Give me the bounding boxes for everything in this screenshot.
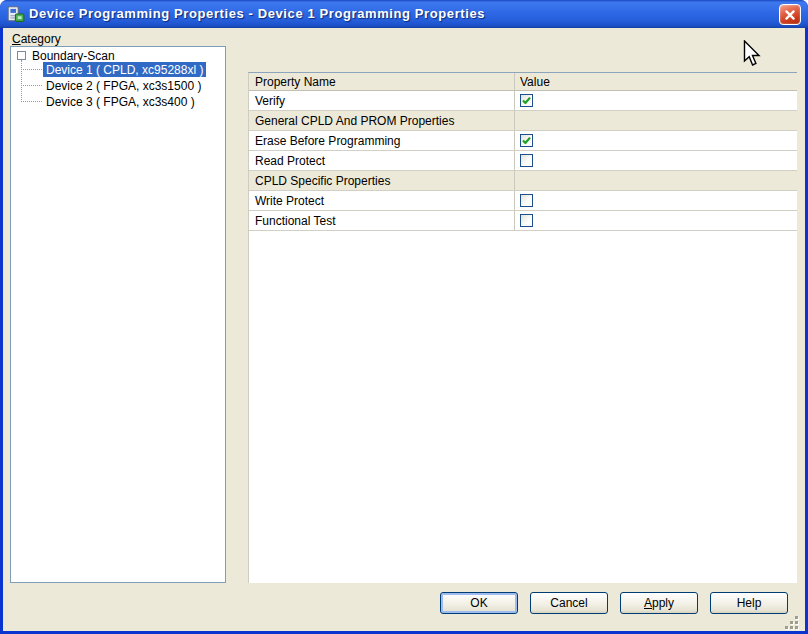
tree-connector-line: [21, 85, 42, 86]
arrow-cursor-icon: [743, 40, 762, 72]
close-button[interactable]: [779, 4, 801, 25]
cancel-button[interactable]: Cancel: [530, 592, 608, 614]
section-title: CPLD Specific Properties: [249, 171, 515, 190]
table-row-section-cpld-specific: CPLD Specific Properties: [249, 171, 797, 191]
checkbox-write-protect[interactable]: [520, 194, 533, 207]
menu-category-rest: ategory: [21, 32, 61, 46]
tree-item-device-1[interactable]: Device 1 ( CPLD, xc95288xl ): [43, 62, 206, 77]
table-row-verify: Verify: [249, 91, 797, 111]
window-title: Device Programming Properties - Device 1…: [29, 6, 485, 21]
property-name: Functional Test: [249, 211, 515, 230]
check-icon: [521, 95, 532, 106]
minus-box-icon[interactable]: [17, 51, 26, 60]
resize-grip-icon[interactable]: [785, 616, 800, 631]
property-name: Verify: [249, 91, 515, 110]
checkbox-functional-test[interactable]: [520, 214, 533, 227]
table-row-functional-test: Functional Test: [249, 211, 797, 231]
device-programmer-icon: [7, 5, 25, 23]
properties-panel: Property Name Value Verify General CPLD …: [248, 72, 797, 583]
ok-button[interactable]: OK: [440, 592, 518, 614]
client-area: Category Boundary-Scan Device 1 ( CPLD, …: [3, 28, 805, 631]
table-row-read-protect: Read Protect: [249, 151, 797, 171]
category-tree-panel: Boundary-Scan Device 1 ( CPLD, xc95288xl…: [10, 46, 226, 583]
checkbox-read-protect[interactable]: [520, 154, 533, 167]
apply-button[interactable]: Apply: [620, 592, 698, 614]
tree-connector-line: [21, 101, 42, 102]
property-name: Write Protect: [249, 191, 515, 210]
section-title: General CPLD And PROM Properties: [249, 111, 515, 130]
help-button[interactable]: Help: [710, 592, 788, 614]
tree-item-device-3[interactable]: Device 3 ( FPGA, xc3s400 ): [43, 94, 198, 109]
tree-connector-line: [21, 69, 42, 70]
table-row-erase-before-programming: Erase Before Programming: [249, 131, 797, 151]
close-icon: [784, 9, 796, 21]
property-name: Erase Before Programming: [249, 131, 515, 150]
checkbox-verify[interactable]: [520, 94, 533, 107]
tree-item-device-2[interactable]: Device 2 ( FPGA, xc3s1500 ): [43, 78, 204, 93]
table-header-row: Property Name Value: [249, 73, 797, 91]
checkbox-erase-before-programming[interactable]: [520, 134, 533, 147]
menu-category-accel: C: [12, 32, 21, 46]
tree-connector-line: [21, 60, 22, 102]
table-row-section-general: General CPLD And PROM Properties: [249, 111, 797, 131]
table-row-write-protect: Write Protect: [249, 191, 797, 211]
column-header-value: Value: [515, 73, 797, 90]
column-header-property-name: Property Name: [249, 73, 515, 90]
title-bar[interactable]: Device Programming Properties - Device 1…: [0, 0, 808, 28]
check-icon: [521, 135, 532, 146]
dialog-window: Device Programming Properties - Device 1…: [0, 0, 808, 634]
property-name: Read Protect: [249, 151, 515, 170]
